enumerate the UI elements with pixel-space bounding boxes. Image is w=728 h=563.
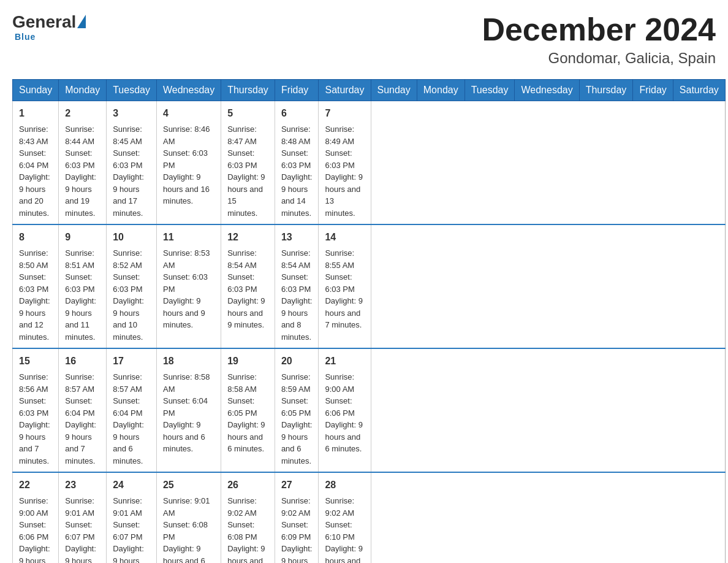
sunset-text: Sunset: 6:03 PM [19, 272, 48, 294]
week-row-1: 1Sunrise: 8:43 AMSunset: 6:04 PMDaylight… [13, 101, 726, 225]
day-number: 14 [325, 230, 364, 245]
calendar-cell: 18Sunrise: 8:58 AMSunset: 6:04 PMDayligh… [156, 348, 221, 472]
sunset-text: Sunset: 6:03 PM [65, 272, 94, 294]
sunrise-text: Sunrise: 8:58 AM [227, 372, 257, 394]
day-header-monday: Monday [59, 80, 107, 101]
day-number: 28 [325, 478, 364, 492]
month-title: December 2024 [482, 12, 716, 47]
sunrise-text: Sunrise: 8:53 AM [163, 248, 210, 270]
calendar-cell: 27Sunrise: 9:02 AMSunset: 6:09 PMDayligh… [275, 472, 319, 563]
sunset-text: Sunset: 6:03 PM [325, 272, 354, 294]
sunrise-text: Sunrise: 9:02 AM [325, 496, 354, 518]
day-number: 15 [19, 354, 52, 369]
daylight-text: Daylight: 9 hours and 8 minutes. [281, 296, 313, 342]
day-header-friday: Friday [275, 80, 319, 101]
day-number: 25 [163, 478, 214, 492]
week-row-3: 15Sunrise: 8:56 AMSunset: 6:03 PMDayligh… [13, 348, 726, 472]
daylight-text: Daylight: 9 hours and 6 minutes. [163, 544, 205, 563]
day-number: 9 [65, 230, 100, 245]
sunset-text: Sunset: 6:03 PM [281, 148, 311, 170]
sunset-text: Sunset: 6:03 PM [65, 148, 94, 170]
calendar-cell: 10Sunrise: 8:52 AMSunset: 6:03 PMDayligh… [107, 224, 157, 348]
sunset-text: Sunset: 6:03 PM [227, 148, 257, 170]
sunrise-text: Sunrise: 8:56 AM [19, 372, 48, 394]
daylight-text: Daylight: 9 hours and 9 minutes. [163, 296, 205, 329]
sunset-text: Sunset: 6:07 PM [113, 520, 142, 542]
daylight-text: Daylight: 9 hours and 19 minutes. [65, 172, 96, 218]
daylight-text: Daylight: 9 hours and 7 minutes. [281, 544, 313, 563]
sunrise-text: Sunrise: 8:47 AM [227, 124, 257, 146]
day-number: 11 [163, 230, 214, 245]
calendar-cell: 19Sunrise: 8:58 AMSunset: 6:05 PMDayligh… [221, 348, 275, 472]
calendar-cell: 9Sunrise: 8:51 AMSunset: 6:03 PMDaylight… [59, 224, 107, 348]
calendar-cell: 12Sunrise: 8:54 AMSunset: 6:03 PMDayligh… [221, 224, 275, 348]
day-number: 17 [113, 354, 150, 369]
sunrise-text: Sunrise: 9:02 AM [281, 496, 311, 518]
daylight-text: Daylight: 9 hours and 15 minutes. [227, 172, 265, 218]
calendar-cell: 1Sunrise: 8:43 AMSunset: 6:04 PMDaylight… [13, 101, 59, 225]
day-header-monday: Monday [417, 80, 464, 101]
day-header-thursday: Thursday [221, 80, 275, 101]
calendar-cell: 26Sunrise: 9:02 AMSunset: 6:08 PMDayligh… [221, 472, 275, 563]
sunset-text: Sunset: 6:08 PM [227, 520, 257, 542]
daylight-text: Daylight: 9 hours and 6 minutes. [113, 544, 144, 563]
sunset-text: Sunset: 6:05 PM [281, 396, 311, 418]
day-number: 23 [65, 478, 100, 492]
sunset-text: Sunset: 6:04 PM [19, 148, 48, 170]
day-header-sunday: Sunday [13, 80, 59, 101]
day-number: 19 [227, 354, 268, 369]
daylight-text: Daylight: 9 hours and 12 minutes. [19, 296, 50, 342]
sunset-text: Sunset: 6:03 PM [113, 148, 142, 170]
sunrise-text: Sunrise: 8:55 AM [325, 248, 354, 270]
calendar-cell: 8Sunrise: 8:50 AMSunset: 6:03 PMDaylight… [13, 224, 59, 348]
daylight-text: Daylight: 9 hours and 6 minutes. [325, 420, 362, 453]
title-block: December 2024 Gondomar, Galicia, Spain [482, 12, 716, 67]
calendar-cell: 16Sunrise: 8:57 AMSunset: 6:04 PMDayligh… [59, 348, 107, 472]
daylight-text: Daylight: 9 hours and 6 minutes. [65, 544, 96, 563]
day-number: 10 [113, 230, 150, 245]
day-number: 3 [113, 106, 150, 121]
sunrise-text: Sunrise: 8:59 AM [281, 372, 311, 394]
sunset-text: Sunset: 6:09 PM [281, 520, 311, 542]
sunset-text: Sunset: 6:03 PM [113, 272, 142, 294]
sunrise-text: Sunrise: 8:46 AM [163, 124, 210, 146]
daylight-text: Daylight: 9 hours and 6 minutes. [227, 420, 265, 453]
sunrise-text: Sunrise: 8:43 AM [19, 124, 48, 146]
logo: General Blue [12, 12, 86, 42]
sunrise-text: Sunrise: 8:57 AM [113, 372, 142, 394]
daylight-text: Daylight: 9 hours and 17 minutes. [113, 172, 144, 218]
day-number: 20 [281, 354, 313, 369]
sunrise-text: Sunrise: 8:52 AM [113, 248, 142, 270]
sunrise-text: Sunrise: 9:01 AM [113, 496, 142, 518]
calendar-cell: 15Sunrise: 8:56 AMSunset: 6:03 PMDayligh… [13, 348, 59, 472]
sunset-text: Sunset: 6:03 PM [163, 148, 208, 170]
day-number: 8 [19, 230, 52, 245]
header-row: SundayMondayTuesdayWednesdayThursdayFrid… [13, 80, 726, 101]
sunrise-text: Sunrise: 8:45 AM [113, 124, 142, 146]
calendar-cell: 13Sunrise: 8:54 AMSunset: 6:03 PMDayligh… [275, 224, 319, 348]
day-number: 1 [19, 106, 52, 121]
calendar-cell: 6Sunrise: 8:48 AMSunset: 6:03 PMDaylight… [275, 101, 319, 225]
sunset-text: Sunset: 6:04 PM [113, 396, 142, 418]
daylight-text: Daylight: 9 hours and 7 minutes. [19, 420, 50, 465]
day-header-wednesday: Wednesday [156, 80, 221, 101]
sunrise-text: Sunrise: 8:51 AM [65, 248, 94, 270]
sunset-text: Sunset: 6:07 PM [65, 520, 94, 542]
sunset-text: Sunset: 6:03 PM [325, 148, 354, 170]
day-header-saturday: Saturday [673, 80, 725, 101]
day-number: 4 [163, 106, 214, 121]
daylight-text: Daylight: 9 hours and 7 minutes. [65, 420, 96, 465]
calendar-cell: 25Sunrise: 9:01 AMSunset: 6:08 PMDayligh… [156, 472, 221, 563]
sunrise-text: Sunrise: 9:02 AM [227, 496, 257, 518]
sunset-text: Sunset: 6:03 PM [19, 396, 48, 418]
day-header-saturday: Saturday [319, 80, 371, 101]
day-number: 18 [163, 354, 214, 369]
sunset-text: Sunset: 6:03 PM [227, 272, 257, 294]
day-number: 13 [281, 230, 313, 245]
sunrise-text: Sunrise: 8:54 AM [227, 248, 257, 270]
sunset-text: Sunset: 6:03 PM [163, 272, 208, 294]
calendar-cell: 21Sunrise: 9:00 AMSunset: 6:06 PMDayligh… [319, 348, 371, 472]
logo-blue-text: Blue [15, 32, 36, 42]
sunset-text: Sunset: 6:06 PM [19, 520, 48, 542]
sunrise-text: Sunrise: 8:54 AM [281, 248, 311, 270]
